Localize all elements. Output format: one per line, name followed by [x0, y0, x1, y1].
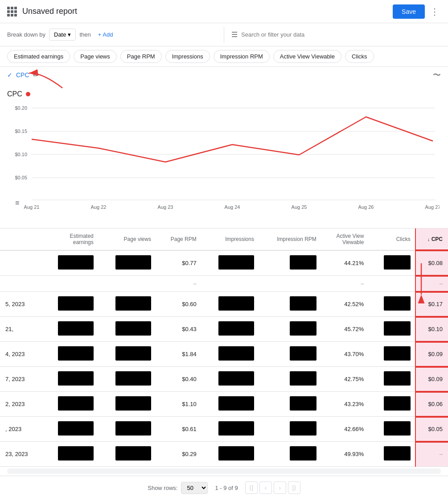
tab-impression-rpm[interactable]: Impression RPM — [214, 50, 270, 63]
cell-imp-rpm — [259, 317, 322, 342]
cell-impressions — [202, 417, 259, 442]
svg-text:Aug 26: Aug 26 — [358, 204, 374, 210]
rows-per-page-select[interactable]: 10 25 50 100 — [181, 482, 208, 494]
save-button[interactable]: Save — [393, 4, 425, 19]
cell-impressions — [202, 250, 259, 276]
redacted-bar — [58, 396, 94, 411]
cell-cpc: – — [416, 442, 448, 467]
svg-text:Aug 23: Aug 23 — [158, 204, 173, 210]
col-estimated-earnings[interactable]: Estimatedearnings — [41, 228, 99, 250]
tab-clicks[interactable]: Clicks — [345, 50, 374, 63]
redacted-bar — [290, 296, 316, 311]
search-input[interactable] — [241, 31, 441, 38]
apps-icon[interactable] — [7, 7, 17, 17]
multiline-chart-icon[interactable]: 〜 — [433, 70, 441, 80]
date-cell: , 2023 — [0, 417, 41, 442]
cell-imp-rpm — [259, 392, 322, 417]
table-wrapper: Estimatedearnings Page views Page RPM Im… — [0, 228, 448, 467]
svg-text:$0.10: $0.10 — [15, 152, 27, 157]
line-chart: $0.20 $0.15 $0.10 $0.05 Aug 21 Aug 22 Au… — [7, 102, 440, 227]
redacted-bar — [384, 296, 411, 311]
date-dropdown[interactable]: Date ▾ — [49, 29, 76, 41]
svg-text:Aug 25: Aug 25 — [292, 204, 307, 210]
first-page-button[interactable]: ⟨| — [245, 481, 258, 494]
col-active-view[interactable]: Active ViewViewable — [322, 228, 370, 250]
horizontal-scrollbar[interactable] — [7, 469, 441, 474]
cell-page-views — [99, 442, 156, 467]
redacted-bar — [115, 255, 151, 270]
tab-impressions[interactable]: Impressions — [165, 50, 210, 63]
cell-page-rpm: $1.10 — [156, 392, 202, 417]
cell-clicks — [369, 342, 415, 367]
show-rows-label: Show rows: — [148, 485, 177, 491]
col-impressions[interactable]: Impressions — [202, 228, 259, 250]
col-impression-rpm[interactable]: Impression RPM — [259, 228, 322, 250]
cell-imp-rpm — [259, 292, 322, 317]
cpc-check-icon: ✓ — [7, 71, 12, 79]
redacted-bar — [218, 296, 254, 311]
cell-page-rpm: $0.40 — [156, 367, 202, 392]
col-page-views[interactable]: Page views — [99, 228, 156, 250]
cell-impressions — [202, 342, 259, 367]
redacted-bar — [384, 396, 411, 411]
redacted-bar — [115, 446, 151, 461]
pagination-nav: ⟨| ‹ › |⟩ — [245, 481, 300, 494]
redacted-bar — [58, 421, 94, 436]
cpc-row: ✓ CPC ✏ 〜 — [0, 67, 448, 83]
chart-title: CPC — [7, 90, 22, 98]
redacted-bar — [384, 446, 411, 461]
tab-active-view[interactable]: Active View Viewable — [273, 50, 341, 63]
cell-page-views — [99, 417, 156, 442]
sort-icon: ↓ — [427, 236, 430, 242]
table-row: – – – — [0, 276, 448, 292]
cell-page-views — [99, 317, 156, 342]
table-row: 23, 2023 $0.29 49.93% – — [0, 442, 448, 467]
toolbar-left: Break down by Date ▾ then + Add — [7, 29, 217, 41]
cell-est-earnings — [41, 292, 99, 317]
chart-svg-wrapper: $0.20 $0.15 $0.10 $0.05 Aug 21 Aug 22 Au… — [7, 102, 441, 228]
cell-page-rpm: $0.43 — [156, 317, 202, 342]
breakdown-label: Break down by — [7, 31, 45, 38]
redacted-bar — [290, 255, 316, 270]
redacted-bar — [218, 421, 254, 436]
cell-imp-rpm — [259, 276, 322, 292]
redacted-bar — [290, 321, 316, 336]
chevron-down-icon: ▾ — [68, 31, 71, 38]
table-row: 5, 2023 $0.60 42.52% $0.17 — [0, 292, 448, 317]
col-page-rpm[interactable]: Page RPM — [156, 228, 202, 250]
date-cell: 4, 2023 — [0, 342, 41, 367]
data-table: Estimatedearnings Page views Page RPM Im… — [0, 228, 448, 467]
chart-legend-dot — [26, 92, 30, 96]
redacted-bar — [218, 255, 254, 270]
cell-imp-rpm — [259, 417, 322, 442]
last-page-button[interactable]: |⟩ — [288, 481, 300, 494]
prev-page-button[interactable]: ‹ — [259, 481, 272, 494]
redacted-bar — [384, 371, 411, 386]
next-page-button[interactable]: › — [274, 481, 286, 494]
svg-text:$0.15: $0.15 — [15, 129, 27, 134]
edit-icon[interactable]: ✏ — [33, 71, 39, 79]
col-clicks[interactable]: Clicks — [369, 228, 415, 250]
redacted-bar — [384, 421, 411, 436]
metric-tabs: Estimated earnings Page views Page RPM I… — [0, 46, 448, 67]
tab-page-rpm[interactable]: Page RPM — [120, 50, 162, 63]
redacted-bar — [58, 371, 94, 386]
add-button[interactable]: + Add — [95, 29, 117, 40]
cpc-chip-label[interactable]: CPC — [16, 71, 29, 79]
chart-area: CPC $0.20 $0.15 $0.10 $0.05 Aug 21 Aug 2… — [0, 83, 448, 228]
tab-estimated-earnings[interactable]: Estimated earnings — [7, 50, 70, 63]
cell-imp-rpm — [259, 442, 322, 467]
redacted-bar — [58, 446, 94, 461]
date-cell: 5, 2023 — [0, 292, 41, 317]
cell-page-rpm: – — [156, 276, 202, 292]
header-left: Unsaved report — [7, 7, 77, 17]
tab-page-views[interactable]: Page views — [74, 50, 116, 63]
cell-cpc: $0.06 — [416, 392, 448, 417]
cell-est-earnings — [41, 317, 99, 342]
cell-impressions — [202, 292, 259, 317]
more-icon[interactable]: ⋮ — [428, 4, 441, 19]
redacted-bar — [58, 321, 94, 336]
col-cpc[interactable]: ↓ CPC — [416, 228, 448, 250]
cell-page-views — [99, 250, 156, 276]
cpc-row-wrapper: ✓ CPC ✏ 〜 — [0, 67, 448, 83]
